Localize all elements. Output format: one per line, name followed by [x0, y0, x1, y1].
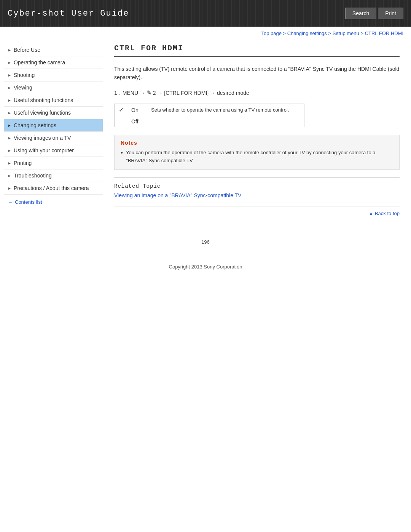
print-button[interactable]: Print	[378, 8, 403, 19]
arrow-right-icon: →	[8, 199, 13, 205]
back-to-top-link[interactable]: ▲ Back to top	[368, 211, 400, 216]
settings-row-off: Off	[115, 116, 304, 127]
sidebar-label: Useful shooting functions	[14, 97, 73, 103]
contents-list-label: Contents list	[15, 199, 42, 205]
sidebar-item-shooting[interactable]: ► Shooting	[4, 69, 103, 81]
sidebar: ► Before Use ► Operating the camera ► Sh…	[0, 44, 103, 232]
related-topic-title: Related Topic	[114, 183, 400, 189]
page-title: CTRL FOR HDMI	[114, 44, 400, 57]
sidebar-label: Troubleshooting	[14, 173, 52, 179]
breadcrumb-sep2: >	[328, 30, 332, 36]
arrow-icon: ►	[8, 61, 11, 65]
breadcrumb-top-page[interactable]: Top page	[261, 30, 282, 36]
sidebar-label: Useful viewing functions	[14, 110, 71, 116]
settings-label-on: On	[128, 104, 147, 116]
sidebar-item-troubleshooting[interactable]: ► Troubleshooting	[4, 169, 103, 182]
search-button[interactable]: Search	[345, 8, 376, 19]
sidebar-label: Changing settings	[14, 122, 56, 128]
back-to-top-row: ▲ Back to top	[114, 206, 400, 220]
sidebar-label: Viewing	[14, 85, 32, 91]
notes-title: Notes	[121, 140, 393, 146]
related-topic-section: Related Topic Viewing an image on a "BRA…	[114, 177, 400, 198]
sidebar-label: Precautions / About this camera	[14, 185, 89, 191]
arrow-icon: ►	[8, 136, 11, 140]
arrow-icon: ►	[8, 48, 11, 52]
breadcrumb-setup-menu[interactable]: Setup menu	[333, 30, 359, 36]
bullet-icon: ●	[121, 150, 123, 156]
arrow-icon: ►	[8, 111, 11, 115]
sidebar-label: Using with your computer	[14, 147, 74, 153]
notes-text: You can perform the operation of the cam…	[126, 149, 393, 165]
sidebar-item-printing[interactable]: ► Printing	[4, 157, 103, 169]
sidebar-item-useful-viewing[interactable]: ► Useful viewing functions	[4, 107, 103, 119]
sidebar-label: Before Use	[14, 47, 40, 53]
sidebar-label: Operating the camera	[14, 59, 65, 66]
breadcrumb-changing-settings[interactable]: Changing settings	[287, 30, 327, 36]
arrow-icon: ►	[8, 186, 11, 190]
arrow-icon: ►	[8, 98, 11, 102]
sidebar-item-operating-camera[interactable]: ► Operating the camera	[4, 56, 103, 69]
sidebar-label: Shooting	[14, 72, 35, 78]
related-topic-link[interactable]: Viewing an image on a "BRAVIA" Sync-comp…	[114, 192, 241, 198]
sidebar-item-changing-settings[interactable]: ► Changing settings	[4, 119, 103, 132]
sidebar-item-before-use[interactable]: ► Before Use	[4, 44, 103, 56]
sidebar-item-viewing[interactable]: ► Viewing	[4, 81, 103, 94]
main-layout: ► Before Use ► Operating the camera ► Sh…	[0, 40, 411, 235]
footer: Copyright 2013 Sony Corporation	[0, 256, 411, 277]
page-header: Cyber-shot User Guide Search Print	[0, 0, 411, 27]
header-buttons: Search Print	[345, 8, 403, 19]
breadcrumb-sep1: >	[283, 30, 287, 36]
sidebar-item-precautions[interactable]: ► Precautions / About this camera	[4, 182, 103, 195]
breadcrumb-sep3: >	[360, 30, 365, 36]
page-number: 196	[0, 235, 411, 249]
arrow-icon: ►	[8, 174, 11, 178]
sidebar-label: Viewing images on a TV	[14, 135, 71, 141]
notes-item: ● You can perform the operation of the c…	[121, 149, 393, 165]
site-title: Cyber-shot User Guide	[8, 9, 129, 18]
content-description: This setting allows (TV) remote control …	[114, 65, 400, 82]
settings-desc-off	[147, 116, 304, 127]
arrow-icon: ►	[8, 123, 11, 128]
main-content: CTRL FOR HDMI This setting allows (TV) r…	[103, 44, 411, 232]
content-instruction: 1．MENU → ✎ 2 → [CTRL FOR HDMI] → desired…	[114, 88, 400, 98]
settings-icon-empty	[115, 116, 128, 127]
sidebar-item-useful-shooting[interactable]: ► Useful shooting functions	[4, 94, 103, 107]
notes-section: Notes ● You can perform the operation of…	[114, 135, 400, 170]
sidebar-label: Printing	[14, 160, 32, 166]
copyright-text: Copyright 2013 Sony Corporation	[169, 264, 242, 270]
sidebar-item-viewing-tv[interactable]: ► Viewing images on a TV	[4, 132, 103, 144]
breadcrumb-ctrl-hdmi[interactable]: CTRL FOR HDMI	[365, 30, 403, 36]
settings-row-on: ✓ On Sets whether to operate the camera …	[115, 104, 304, 116]
arrow-icon: ►	[8, 73, 11, 77]
settings-label-off: Off	[128, 116, 147, 127]
settings-desc-on: Sets whether to operate the camera using…	[147, 104, 304, 116]
checkmark-icon: ✓	[119, 106, 124, 113]
settings-table: ✓ On Sets whether to operate the camera …	[114, 104, 304, 127]
sidebar-item-using-computer[interactable]: ► Using with your computer	[4, 144, 103, 157]
arrow-icon: ►	[8, 149, 11, 153]
breadcrumb: Top page > Changing settings > Setup men…	[0, 27, 411, 40]
arrow-icon: ►	[8, 86, 11, 90]
checkmark-icon-cell: ✓	[115, 104, 128, 116]
contents-list-link[interactable]: → Contents list	[4, 195, 103, 206]
arrow-icon: ►	[8, 161, 11, 165]
